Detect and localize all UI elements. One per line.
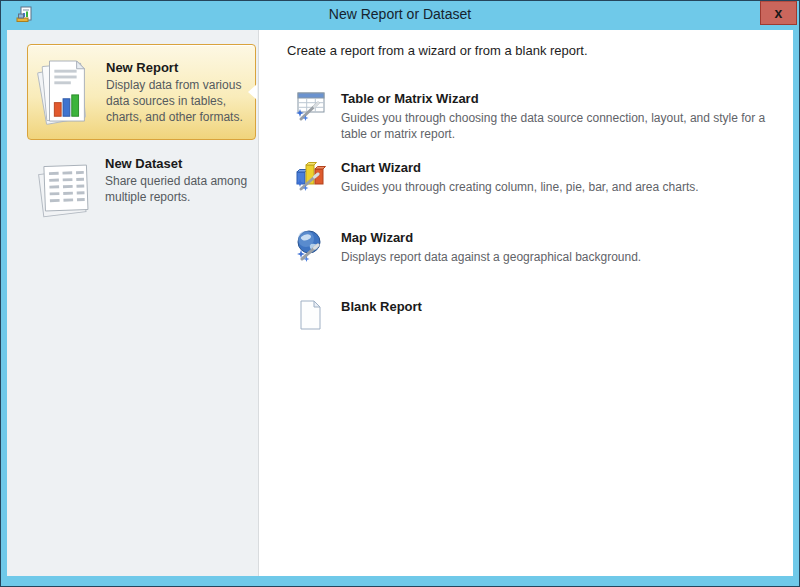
map-wizard-icon <box>293 229 327 263</box>
close-button[interactable]: x <box>760 1 797 25</box>
wizard-item-desc: Guides you through choosing the data sou… <box>341 110 771 142</box>
wizard-item-text: Chart Wizard Guides you through creating… <box>341 159 699 195</box>
sidebar: New Report Display data from various dat… <box>7 30 259 576</box>
chart-wizard-icon <box>293 159 327 193</box>
report-builder-icon <box>14 5 34 25</box>
dialog-body: New Report Display data from various dat… <box>7 30 793 576</box>
wizard-item-title: Table or Matrix Wizard <box>341 90 771 106</box>
wizard-item-desc: Guides you through creating column, line… <box>341 179 699 195</box>
wizard-item-text: Map Wizard Displays report data against … <box>341 229 641 265</box>
wizard-item-desc: Displays report data against a geographi… <box>341 249 641 265</box>
intro-text: Create a report from a wizard or from a … <box>287 43 771 58</box>
sidebar-item-text: New Dataset Share queried data among mul… <box>105 154 259 206</box>
wizard-list: Table or Matrix Wizard Guides you throug… <box>293 90 771 332</box>
new-report-or-dataset-dialog: New Report or Dataset x <box>0 0 800 587</box>
main-pane: Create a report from a wizard or from a … <box>259 30 793 576</box>
new-report-icon <box>34 56 96 128</box>
selection-notch <box>248 84 257 100</box>
sidebar-item-new-dataset[interactable]: New Dataset Share queried data among mul… <box>27 154 256 218</box>
sidebar-item-desc: Display data from various data sources i… <box>106 78 260 125</box>
wizard-item-text: Blank Report <box>341 298 422 314</box>
blank-report-icon <box>293 298 327 332</box>
sidebar-item-title: New Report <box>106 60 260 75</box>
titlebar[interactable]: New Report or Dataset x <box>1 1 799 30</box>
wizard-item-text: Table or Matrix Wizard Guides you throug… <box>341 90 771 142</box>
sidebar-item-desc: Share queried data among multiple report… <box>105 174 259 206</box>
sidebar-item-title: New Dataset <box>105 156 259 171</box>
wizard-item-map[interactable]: Map Wizard Displays report data against … <box>293 229 771 265</box>
table-matrix-wizard-icon <box>293 90 327 124</box>
sidebar-item-text: New Report Display data from various dat… <box>106 58 260 125</box>
wizard-item-table-or-matrix[interactable]: Table or Matrix Wizard Guides you throug… <box>293 90 771 142</box>
wizard-item-title: Blank Report <box>341 298 422 314</box>
window-title: New Report or Dataset <box>329 6 471 22</box>
wizard-item-title: Chart Wizard <box>341 159 699 175</box>
new-dataset-icon <box>33 160 95 218</box>
close-icon: x <box>775 5 783 21</box>
wizard-item-chart[interactable]: Chart Wizard Guides you through creating… <box>293 159 771 195</box>
wizard-item-title: Map Wizard <box>341 229 641 245</box>
sidebar-item-new-report[interactable]: New Report Display data from various dat… <box>27 44 256 140</box>
wizard-item-blank-report[interactable]: Blank Report <box>293 298 771 332</box>
